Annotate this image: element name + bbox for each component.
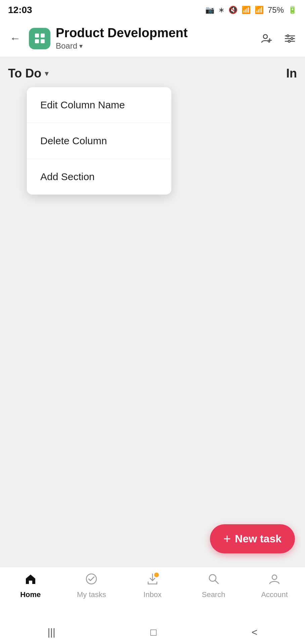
account-icon	[268, 573, 281, 588]
project-title: Product Development	[56, 26, 253, 40]
header-actions	[258, 30, 298, 47]
fab-label: New task	[235, 533, 281, 545]
battery-icon: 🔋	[288, 6, 297, 14]
signal-icon: 📶	[255, 6, 264, 14]
search-icon	[207, 573, 220, 588]
edit-column-name-item[interactable]: Edit Column Name	[27, 87, 171, 123]
column-header-area: To Do ▾ In	[0, 57, 305, 80]
column-chevron-icon: ▾	[45, 69, 49, 78]
status-bar: 12:03 📷 ∗ 🔇 📶 📶 75% 🔋	[0, 0, 305, 20]
board-label: Board	[56, 41, 77, 51]
camera-icon: 📷	[205, 6, 214, 14]
my-tasks-icon	[85, 573, 98, 588]
battery-indicator: 75%	[268, 5, 284, 15]
inbox-icon	[146, 573, 159, 588]
add-member-button[interactable]	[258, 30, 275, 47]
header-title-block: Product Development Board ▾	[56, 26, 253, 51]
inbox-notification-dot	[154, 573, 159, 577]
bluetooth-icon: ∗	[218, 6, 224, 14]
nav-item-search[interactable]: Search	[183, 573, 244, 599]
inbox-label: Inbox	[143, 590, 162, 599]
board-area: To Do ▾ In Edit Column Name Delete Colum…	[0, 57, 305, 567]
system-back-button[interactable]: <	[252, 627, 258, 638]
system-back-icon: <	[252, 627, 258, 638]
column-title-right: In	[286, 66, 297, 80]
filter-button[interactable]	[281, 30, 298, 47]
status-icons: 📷 ∗ 🔇 📶 📶 75% 🔋	[205, 5, 297, 15]
new-task-button[interactable]: + New task	[210, 524, 295, 553]
fab-plus-icon: +	[223, 532, 231, 546]
system-menu-icon: |||	[47, 627, 55, 638]
my-tasks-label: My tasks	[77, 590, 106, 599]
dropdown-menu: Edit Column Name Delete Column Add Secti…	[27, 87, 171, 195]
svg-point-0	[263, 35, 267, 39]
svg-point-6	[287, 35, 289, 37]
mute-icon: 🔇	[228, 6, 237, 14]
logo-dot	[35, 39, 39, 43]
logo-dot	[41, 34, 45, 38]
svg-point-7	[291, 38, 293, 40]
add-section-item[interactable]: Add Section	[27, 159, 171, 195]
system-menu-button[interactable]: |||	[47, 627, 55, 638]
status-time: 12:03	[8, 5, 32, 15]
fab-container: + New task	[210, 524, 295, 553]
app-logo	[29, 28, 50, 49]
svg-point-12	[272, 575, 277, 580]
home-label: Home	[20, 590, 41, 599]
logo-dot	[41, 39, 45, 43]
person-add-icon	[260, 33, 272, 45]
logo-grid	[32, 30, 48, 47]
nav-item-home[interactable]: Home	[0, 573, 61, 599]
nav-item-inbox[interactable]: Inbox	[122, 573, 183, 599]
wifi-icon: 📶	[242, 6, 251, 14]
app-header: ← Product Development Board ▾	[0, 20, 305, 57]
account-label: Account	[261, 590, 288, 599]
back-arrow-icon: ←	[10, 32, 20, 45]
system-nav: ||| □ <	[0, 621, 305, 644]
bottom-nav: Home My tasks Inbox	[0, 567, 305, 621]
back-button[interactable]: ←	[7, 30, 24, 47]
system-home-button[interactable]: □	[150, 627, 157, 638]
logo-dot	[35, 34, 39, 38]
home-icon	[24, 573, 37, 588]
board-selector[interactable]: Board ▾	[56, 41, 253, 51]
column-title: To Do	[8, 66, 41, 80]
filter-icon	[284, 33, 296, 45]
nav-item-account[interactable]: Account	[244, 573, 305, 599]
column-title-button[interactable]: To Do ▾	[8, 66, 49, 80]
svg-point-8	[288, 40, 290, 42]
svg-line-11	[215, 580, 218, 584]
nav-item-my-tasks[interactable]: My tasks	[61, 573, 122, 599]
system-home-icon: □	[150, 627, 157, 638]
delete-column-item[interactable]: Delete Column	[27, 123, 171, 159]
chevron-down-icon: ▾	[79, 42, 83, 50]
svg-point-9	[86, 574, 96, 584]
search-label: Search	[202, 590, 225, 599]
